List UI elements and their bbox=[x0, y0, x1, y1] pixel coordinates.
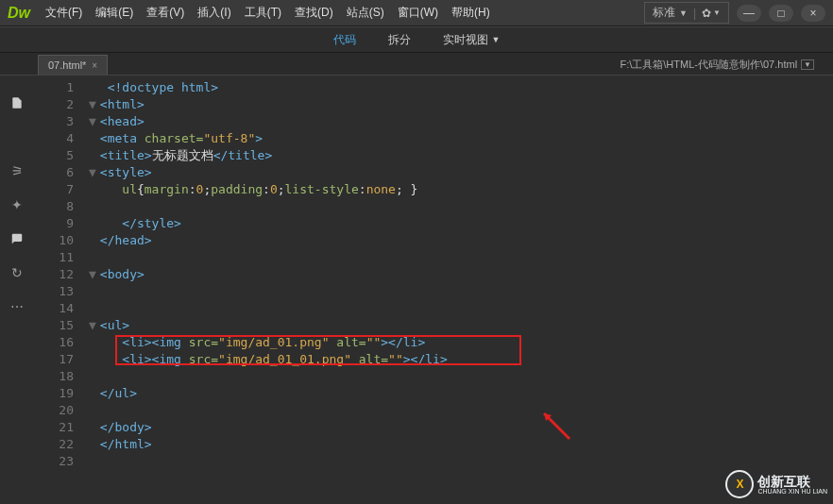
wand-icon[interactable]: ✦ bbox=[8, 196, 26, 213]
code-line bbox=[89, 283, 833, 300]
app-logo: Dw bbox=[8, 5, 30, 22]
code-line: ▼<ul> bbox=[89, 317, 833, 334]
gear-chevron-icon: ▼ bbox=[713, 8, 721, 17]
menu-view[interactable]: 查看(V) bbox=[141, 1, 190, 25]
file-path: F:\工具箱\HTML-代码随意制作\07.html ▼ bbox=[620, 58, 814, 72]
watermark-text: 创新互联 CHUANG XIN HU LIAN bbox=[757, 475, 827, 495]
gear-icon[interactable]: ✿ bbox=[702, 7, 711, 20]
code-line bbox=[89, 249, 833, 266]
live-view-label: 实时视图 bbox=[443, 32, 488, 48]
code-line bbox=[89, 368, 833, 385]
code-line: <title>无标题文档</title> bbox=[89, 147, 833, 164]
more-icon[interactable]: ⋯ bbox=[8, 298, 26, 315]
refresh-icon[interactable]: ↻ bbox=[8, 264, 26, 281]
watermark-subtitle: CHUANG XIN HU LIAN bbox=[757, 488, 827, 495]
code-line: <meta charset="utf-8"> bbox=[89, 130, 833, 147]
watermark-logo-icon: X bbox=[725, 470, 754, 498]
code-line: <!doctype html> bbox=[89, 79, 833, 96]
path-dropdown-icon[interactable]: ▼ bbox=[801, 59, 814, 70]
code-line: </head> bbox=[89, 232, 833, 249]
menu-tools[interactable]: 工具(T) bbox=[239, 1, 287, 25]
split-view-button[interactable]: 拆分 bbox=[381, 28, 418, 52]
code-line: ▼<style> bbox=[89, 164, 833, 181]
code-line: ul{margin:0;padding:0;list-style:none; } bbox=[89, 181, 833, 198]
code-line bbox=[89, 453, 833, 470]
chevron-down-icon: ▼ bbox=[679, 8, 688, 18]
code-line bbox=[89, 198, 833, 215]
menu-insert[interactable]: 插入(I) bbox=[192, 1, 236, 25]
minimize-button[interactable]: — bbox=[737, 5, 761, 22]
line-gutter: 1234567891011121314151617181920212223 bbox=[36, 76, 83, 504]
code-line: ▼<body> bbox=[89, 266, 833, 283]
maximize-button[interactable]: □ bbox=[769, 5, 793, 22]
menu-window[interactable]: 窗口(W) bbox=[392, 1, 444, 25]
code-line: <li><img src="img/ad_01.png" alt=""></li… bbox=[89, 334, 833, 351]
code-line: </body> bbox=[89, 419, 833, 436]
code-line bbox=[89, 402, 833, 419]
close-icon[interactable]: × bbox=[92, 60, 97, 71]
code-line bbox=[89, 300, 833, 317]
view-toolbar: 代码 拆分 实时视图 ▼ bbox=[0, 26, 833, 53]
file-icon[interactable] bbox=[8, 94, 26, 111]
sliders-icon[interactable] bbox=[8, 128, 26, 145]
menu-help[interactable]: 帮助(H) bbox=[446, 1, 496, 25]
code-line: </html> bbox=[89, 436, 833, 453]
code-line: <li><img src="img/ad_01_01.png" alt=""><… bbox=[89, 351, 833, 368]
code-line: </ul> bbox=[89, 385, 833, 402]
code-view-button[interactable]: 代码 bbox=[326, 28, 364, 52]
window-controls: 标准 ▼ | ✿ ▼ — □ × bbox=[644, 2, 825, 24]
side-toolbar: ⚞ ✦ ↻ ⋯ bbox=[0, 76, 34, 315]
tab-title: 07.html* bbox=[48, 59, 86, 71]
menu-site[interactable]: 站点(S) bbox=[341, 1, 390, 25]
menu-items: 文件(F) 编辑(E) 查看(V) 插入(I) 工具(T) 查找(D) 站点(S… bbox=[40, 1, 496, 25]
live-view-dropdown[interactable]: 实时视图 ▼ bbox=[435, 28, 508, 52]
watermark-title: 创新互联 bbox=[757, 475, 827, 488]
comment-icon[interactable] bbox=[8, 230, 26, 247]
menubar: Dw 文件(F) 编辑(E) 查看(V) 插入(I) 工具(T) 查找(D) 站… bbox=[0, 0, 833, 26]
code-line: ▼<head> bbox=[89, 113, 833, 130]
watermark: X 创新互联 CHUANG XIN HU LIAN bbox=[725, 470, 827, 498]
menu-file[interactable]: 文件(F) bbox=[40, 1, 88, 25]
file-tab[interactable]: 07.html* × bbox=[38, 55, 108, 75]
menu-find[interactable]: 查找(D) bbox=[289, 1, 339, 25]
code-area[interactable]: <!doctype html> ▼<html> ▼<head> <meta ch… bbox=[83, 76, 833, 504]
code-line: ▼<html> bbox=[89, 96, 833, 113]
code-editor[interactable]: 1234567891011121314151617181920212223 <!… bbox=[36, 76, 833, 504]
close-button[interactable]: × bbox=[801, 5, 825, 22]
separator: | bbox=[693, 7, 696, 20]
file-path-text: F:\工具箱\HTML-代码随意制作\07.html bbox=[620, 58, 797, 72]
tree-icon[interactable]: ⚞ bbox=[8, 162, 26, 179]
tab-bar: 07.html* × F:\工具箱\HTML-代码随意制作\07.html ▼ bbox=[0, 53, 833, 76]
code-line: </style> bbox=[89, 215, 833, 232]
chevron-down-icon: ▼ bbox=[492, 35, 501, 44]
menu-edit[interactable]: 编辑(E) bbox=[90, 1, 139, 25]
layout-label: 标准 bbox=[653, 5, 675, 21]
layout-dropdown[interactable]: 标准 ▼ | ✿ ▼ bbox=[644, 2, 729, 24]
